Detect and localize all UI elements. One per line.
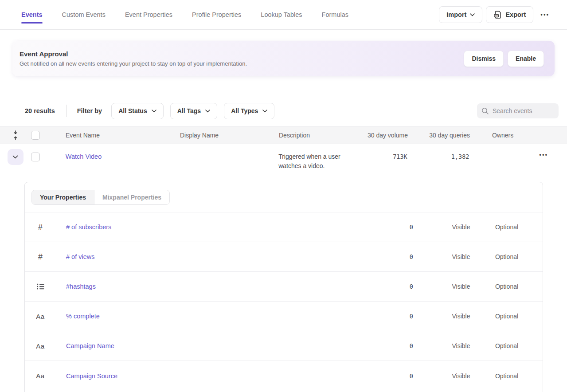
top-nav: Events Custom Events Event Properties Pr… bbox=[0, 0, 567, 30]
property-visibility: Visible bbox=[439, 283, 483, 290]
event-approval-banner: Event Approval Get notified on all new e… bbox=[12, 41, 555, 76]
event-description: Triggered when a user watches a video. bbox=[278, 152, 349, 171]
chevron-down-icon bbox=[152, 110, 156, 113]
nav-overflow-menu[interactable]: ••• bbox=[537, 12, 553, 18]
tab-custom-events[interactable]: Custom Events bbox=[62, 0, 106, 29]
tab-events[interactable]: Events bbox=[21, 0, 43, 29]
export-label: Export bbox=[505, 11, 526, 18]
nav-tabs: Events Custom Events Event Properties Pr… bbox=[21, 0, 348, 29]
property-name-link[interactable]: # of views bbox=[66, 253, 94, 260]
property-name-link[interactable]: Campaign Source bbox=[66, 372, 117, 380]
property-count: 0 bbox=[387, 342, 413, 349]
property-count: 0 bbox=[387, 223, 413, 231]
row-overflow-menu[interactable]: ••• bbox=[536, 152, 551, 158]
property-requirement: Optional bbox=[485, 253, 529, 260]
property-count: 0 bbox=[387, 372, 413, 380]
property-count: 0 bbox=[387, 313, 413, 320]
results-count: 20 results bbox=[25, 107, 55, 114]
search-input[interactable] bbox=[493, 107, 555, 114]
event-30-day-volume: 713K bbox=[350, 153, 407, 160]
column-description: Description bbox=[266, 132, 350, 139]
property-count: 0 bbox=[387, 283, 413, 290]
property-name-link[interactable]: % complete bbox=[66, 313, 100, 320]
search-box bbox=[477, 103, 559, 118]
event-row: Watch Video Triggered when a user watche… bbox=[0, 145, 567, 182]
svg-text:csv: csv bbox=[495, 15, 499, 17]
export-button[interactable]: csv Export bbox=[486, 6, 533, 23]
import-label: Import bbox=[446, 11, 466, 18]
import-button[interactable]: Import bbox=[439, 6, 482, 23]
csv-file-icon: csv bbox=[493, 10, 502, 19]
divider bbox=[66, 105, 66, 117]
property-requirement: Optional bbox=[485, 342, 529, 349]
enable-button[interactable]: Enable bbox=[508, 51, 544, 67]
column-event-name: Event Name bbox=[52, 132, 167, 139]
status-filter-dropdown[interactable]: All Status bbox=[111, 103, 164, 119]
select-all-checkbox[interactable] bbox=[31, 131, 40, 140]
list-type-icon bbox=[37, 283, 44, 290]
property-row: # # of subscribers 0 Visible Optional bbox=[25, 212, 543, 242]
tab-event-properties[interactable]: Event Properties bbox=[125, 0, 172, 29]
collapse-all-icon[interactable] bbox=[0, 130, 31, 140]
property-row: Aa % complete 0 Visible Optional bbox=[25, 302, 543, 331]
property-requirement: Optional bbox=[485, 223, 529, 231]
event-table-header: Event Name Display Name Description 30 d… bbox=[0, 126, 567, 144]
chevron-down-icon bbox=[262, 110, 267, 113]
tags-filter-dropdown[interactable]: All Tags bbox=[170, 103, 217, 119]
property-requirement: Optional bbox=[485, 283, 529, 290]
property-visibility: Visible bbox=[439, 253, 483, 260]
dismiss-button[interactable]: Dismiss bbox=[464, 51, 504, 67]
properties-tab-group: Your Properties Mixpanel Properties bbox=[31, 190, 170, 205]
property-visibility: Visible bbox=[439, 313, 483, 320]
event-30-day-queries: 1,382 bbox=[407, 153, 469, 160]
column-display-name: Display Name bbox=[167, 132, 266, 139]
tab-formulas[interactable]: Formulas bbox=[322, 0, 348, 29]
tab-mixpanel-properties[interactable]: Mixpanel Properties bbox=[94, 190, 169, 204]
text-type-icon: Aa bbox=[36, 313, 44, 320]
property-visibility: Visible bbox=[439, 342, 483, 349]
chevron-down-icon bbox=[12, 155, 18, 159]
chevron-down-icon bbox=[470, 13, 475, 16]
column-30-day-volume: 30 day volume bbox=[350, 132, 408, 139]
property-row: Aa Campaign Source 0 Visible Optional bbox=[25, 361, 543, 391]
property-name-link[interactable]: Campaign Name bbox=[66, 342, 114, 349]
tab-your-properties[interactable]: Your Properties bbox=[32, 190, 94, 204]
text-type-icon: Aa bbox=[36, 342, 44, 350]
column-owners: Owners bbox=[470, 132, 536, 139]
row-checkbox[interactable] bbox=[31, 153, 40, 161]
banner-subtitle: Get notified on all new events entering … bbox=[20, 60, 247, 67]
number-type-icon: # bbox=[38, 223, 43, 232]
types-filter-value: All Types bbox=[231, 107, 258, 114]
property-name-link[interactable]: #hashtags bbox=[66, 283, 96, 290]
property-count: 0 bbox=[387, 253, 413, 260]
banner-title: Event Approval bbox=[20, 50, 247, 58]
tab-profile-properties[interactable]: Profile Properties bbox=[192, 0, 241, 29]
status-filter-value: All Status bbox=[118, 107, 147, 114]
tab-lookup-tables[interactable]: Lookup Tables bbox=[261, 0, 302, 29]
filter-by-label: Filter by bbox=[77, 107, 102, 114]
number-type-icon: # bbox=[38, 252, 43, 262]
property-requirement: Optional bbox=[485, 372, 529, 380]
properties-panel: Your Properties Mixpanel Properties # # … bbox=[24, 182, 543, 392]
property-requirement: Optional bbox=[485, 313, 529, 320]
text-type-icon: Aa bbox=[36, 372, 44, 380]
filter-row: 20 results Filter by All Status All Tags… bbox=[25, 103, 559, 119]
column-30-day-queries: 30 day queries bbox=[408, 132, 470, 139]
property-visibility: Visible bbox=[439, 372, 483, 380]
event-name-link[interactable]: Watch Video bbox=[66, 153, 102, 160]
property-visibility: Visible bbox=[439, 223, 483, 231]
property-name-link[interactable]: # of subscribers bbox=[66, 223, 111, 231]
chevron-down-icon bbox=[205, 110, 210, 113]
search-icon bbox=[481, 107, 489, 115]
types-filter-dropdown[interactable]: All Types bbox=[224, 103, 274, 119]
tags-filter-value: All Tags bbox=[177, 107, 201, 114]
property-row: # # of views 0 Visible Optional bbox=[25, 242, 543, 272]
property-row: #hashtags 0 Visible Optional bbox=[25, 272, 543, 302]
property-row: Aa Campaign Name 0 Visible Optional bbox=[25, 331, 543, 361]
collapse-row-button[interactable] bbox=[8, 149, 23, 165]
